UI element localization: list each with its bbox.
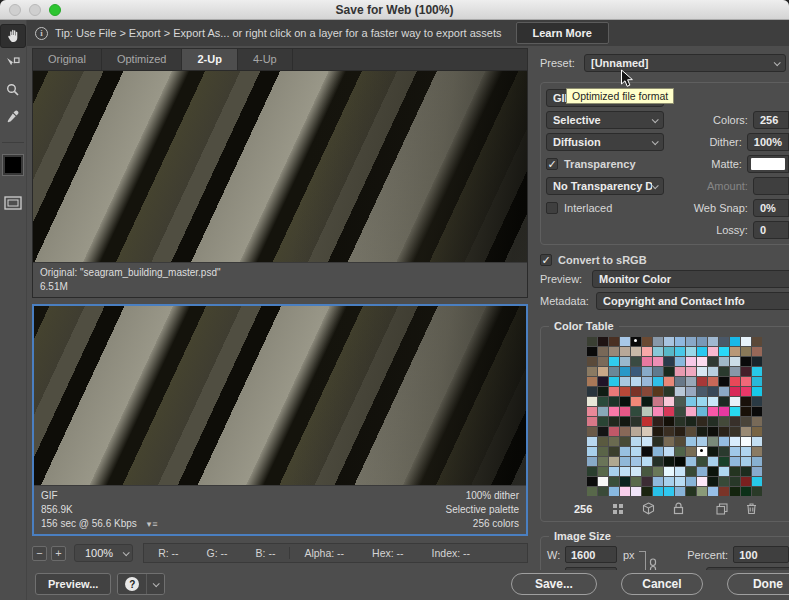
color-swatch[interactable] [752,347,762,356]
zoom-in-button[interactable]: + [51,546,66,561]
color-swatch[interactable] [741,437,751,446]
color-swatch[interactable] [708,447,718,456]
height-input[interactable]: 1067 [565,567,617,570]
color-swatch[interactable] [719,377,729,386]
color-swatch[interactable] [752,367,762,376]
convert-srgb-checkbox[interactable]: ✓ [540,254,552,266]
color-swatch[interactable] [620,387,630,396]
color-swatch[interactable] [598,337,608,346]
color-swatch[interactable] [741,347,751,356]
color-swatch[interactable] [598,427,608,436]
zoom-level-select[interactable]: 100% [74,544,133,562]
original-preview-pane[interactable]: Original: "seagram_building_master.psd" … [32,70,528,298]
color-swatch[interactable] [752,387,762,396]
color-swatch[interactable] [620,487,630,496]
color-swatch[interactable] [587,377,597,386]
color-swatch[interactable] [664,487,674,496]
color-swatch[interactable] [642,367,652,376]
color-swatch[interactable] [752,407,762,416]
color-swatch[interactable] [697,397,707,406]
color-swatch[interactable] [697,447,707,456]
color-swatch[interactable] [653,467,663,476]
color-swatch[interactable] [675,477,685,486]
zoom-out-button[interactable]: − [32,546,47,561]
color-swatch[interactable] [708,437,718,446]
color-swatch[interactable] [642,357,652,366]
color-swatch[interactable] [741,447,751,456]
eyedropper-color-swatch[interactable] [3,155,23,175]
color-swatch[interactable] [741,457,751,466]
color-swatch[interactable] [631,467,641,476]
color-swatch[interactable] [631,447,641,456]
color-swatch[interactable] [686,447,696,456]
color-swatch[interactable] [587,347,597,356]
color-swatch[interactable] [664,337,674,346]
color-swatch[interactable] [587,447,597,456]
color-swatch[interactable] [697,377,707,386]
color-swatch[interactable] [708,487,718,496]
color-swatch[interactable] [642,447,652,456]
color-swatch[interactable] [631,367,641,376]
color-swatch[interactable] [598,477,608,486]
color-swatch[interactable] [664,407,674,416]
lock-color-icon[interactable] [673,502,684,515]
color-swatch[interactable] [653,347,663,356]
color-swatch[interactable] [664,427,674,436]
color-swatch[interactable] [752,437,762,446]
preset-select[interactable]: [Unnamed] [584,54,786,72]
color-swatch[interactable] [653,427,663,436]
color-swatch[interactable] [719,427,729,436]
color-swatch[interactable] [686,397,696,406]
color-swatch[interactable] [631,487,641,496]
color-swatch[interactable] [653,357,663,366]
web-shift-icon[interactable] [612,503,624,515]
color-swatch[interactable] [675,397,685,406]
palette-select[interactable]: Selective [546,111,664,129]
color-swatch[interactable] [642,377,652,386]
color-swatch[interactable] [609,357,619,366]
color-swatch[interactable] [653,417,663,426]
color-swatch[interactable] [752,377,762,386]
color-swatch[interactable] [697,347,707,356]
color-swatch[interactable] [664,457,674,466]
color-swatch[interactable] [609,467,619,476]
color-swatch[interactable] [730,447,740,456]
color-swatch[interactable] [620,447,630,456]
color-swatch[interactable] [697,407,707,416]
color-swatch[interactable] [697,487,707,496]
color-swatch[interactable] [642,437,652,446]
quality-select[interactable]: Bicubic [706,567,789,570]
color-swatch[interactable] [642,467,652,476]
color-swatch[interactable] [675,357,685,366]
color-swatch[interactable] [741,477,751,486]
color-swatch[interactable] [719,367,729,376]
tab-optimized[interactable]: Optimized [102,49,183,70]
color-swatch[interactable] [719,407,729,416]
color-swatch[interactable] [675,337,685,346]
color-swatch[interactable] [708,417,718,426]
dither-method-select[interactable]: Diffusion [546,133,664,151]
color-swatch[interactable] [675,447,685,456]
color-swatch[interactable] [620,397,630,406]
color-swatch[interactable] [664,447,674,456]
color-swatch[interactable] [730,477,740,486]
color-swatch[interactable] [686,367,696,376]
download-speed-menu-icon[interactable]: ▾≡ [147,519,159,529]
color-swatch[interactable] [675,347,685,356]
color-swatch[interactable] [719,477,729,486]
color-swatch[interactable] [697,477,707,486]
color-swatch[interactable] [697,357,707,366]
color-swatch[interactable] [598,397,608,406]
color-swatch[interactable] [631,387,641,396]
color-swatch[interactable] [620,347,630,356]
color-swatch[interactable] [609,437,619,446]
color-swatch[interactable] [741,407,751,416]
color-swatch[interactable] [741,357,751,366]
color-swatch[interactable] [730,467,740,476]
color-swatch[interactable] [675,437,685,446]
color-swatch[interactable] [686,467,696,476]
websnap-select[interactable]: 0% [753,199,789,217]
color-swatch[interactable] [719,347,729,356]
color-swatch[interactable] [719,337,729,346]
color-swatch[interactable] [686,357,696,366]
